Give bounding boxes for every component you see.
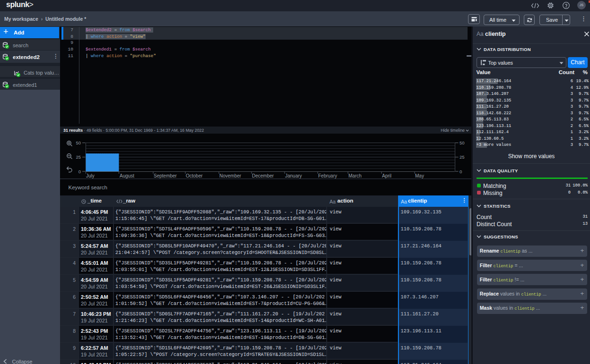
svg-text:March: March — [348, 173, 362, 178]
svg-text:December: December — [252, 173, 274, 178]
svg-text:50: 50 — [460, 140, 465, 145]
svg-text:0: 0 — [78, 169, 81, 174]
svg-text:25: 25 — [460, 154, 465, 160]
svg-text:April: April — [382, 173, 391, 178]
svg-text:October: October — [186, 173, 203, 178]
svg-text:50: 50 — [76, 140, 81, 145]
svg-text:May: May — [415, 173, 424, 178]
svg-text:February: February — [318, 173, 337, 178]
svg-text:November: November — [219, 173, 242, 178]
svg-text:0: 0 — [460, 169, 462, 174]
svg-text:August: August — [120, 173, 134, 178]
svg-text:September: September — [154, 173, 177, 178]
svg-text:25: 25 — [76, 154, 81, 160]
svg-text:July: July — [86, 173, 95, 178]
svg-text:January: January — [285, 173, 302, 178]
